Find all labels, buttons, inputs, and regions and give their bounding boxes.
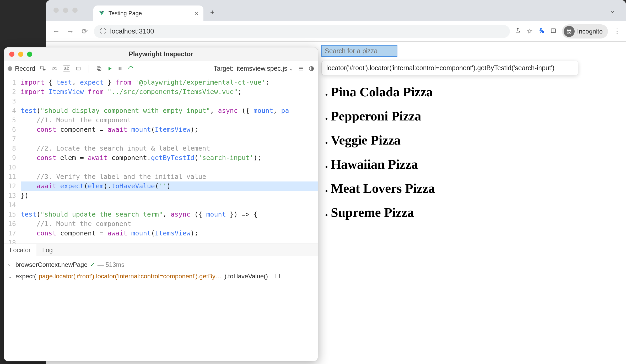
copy-icon[interactable] (96, 66, 102, 71)
browser-tab[interactable]: Testing Page ✕ (93, 5, 203, 21)
new-tab-button[interactable]: + (207, 7, 218, 18)
chevron-down-icon[interactable]: ⌄ (8, 273, 13, 279)
chevron-down-icon[interactable]: ⌄ (289, 65, 293, 72)
chrome-toolbar: ← → ⟳ ⓘ localhost:3100 ☆ Incognito (46, 21, 626, 42)
list-item: Veggie Pizza (331, 132, 620, 148)
code-line: test("should update the search term", as… (21, 210, 318, 219)
step-over-icon[interactable] (128, 65, 134, 72)
target-file-select[interactable]: itemsview.spec.js (237, 65, 287, 72)
bottom-tabs: Locator Log (4, 244, 318, 256)
list-icon[interactable] (298, 66, 304, 71)
pick-locator-icon[interactable] (40, 65, 46, 72)
pause-icon[interactable] (118, 66, 122, 71)
code-line: //3. Verify the label and the initial va… (21, 172, 318, 181)
log-panel: › browserContext.newPage ✓ — 513ms ⌄ exp… (4, 256, 318, 361)
url-text: localhost:3100 (110, 27, 154, 35)
text-icon[interactable] (75, 66, 81, 71)
page-content: locator('#root').locator('internal:contr… (321, 45, 620, 229)
code-line: const elem = await component.getByTestId… (21, 153, 318, 163)
log-expect-suffix: ).toHaveValue() (224, 273, 268, 280)
vue-icon (99, 10, 105, 16)
traffic-close-icon[interactable] (53, 8, 59, 13)
toolbar-right-icons (298, 66, 314, 71)
svg-rect-9 (77, 67, 80, 70)
svg-rect-14 (119, 67, 120, 70)
traffic-zoom-icon[interactable] (72, 8, 78, 13)
chrome-titlebar: Testing Page ✕ + ⌄ (46, 0, 626, 21)
code-line: //1. Mount the component (21, 115, 318, 125)
code-line: const component = await mount(ItemsView)… (21, 229, 318, 238)
tab-title: Testing Page (109, 10, 191, 17)
share-icon[interactable] (515, 27, 521, 35)
record-button[interactable]: Record (15, 65, 35, 72)
incognito-label: Incognito (577, 28, 603, 35)
list-item: Supreme Pizza (331, 205, 620, 220)
chevron-down-icon[interactable]: ⌄ (609, 7, 615, 15)
star-icon[interactable]: ☆ (527, 27, 533, 35)
code-editor[interactable]: 12345678910111213141516171819 import { t… (4, 76, 318, 244)
log-duration: — 513ms (98, 261, 125, 268)
inspector-title: Playwright Inspector (4, 50, 318, 58)
kebab-menu-icon[interactable]: ⋮ (614, 27, 620, 35)
log-text: browserContext.newPage (15, 261, 88, 268)
toolbar-right: ☆ Incognito ⋮ (515, 24, 620, 38)
reload-button[interactable]: ⟳ (80, 27, 89, 36)
code-line: import { test, expect } from '@playwrigh… (21, 78, 318, 87)
traffic-minimize-icon[interactable] (63, 8, 68, 13)
pizza-list: Pina Colada PizzaPepperoni PizzaVeggie P… (321, 84, 620, 220)
code-line (21, 134, 318, 144)
locator-tooltip: locator('#root').locator('internal:contr… (321, 61, 578, 75)
line-number-gutter: 12345678910111213141516171819 (4, 76, 19, 244)
sidepanel-icon[interactable] (551, 27, 556, 35)
zoom-icon[interactable] (27, 52, 32, 57)
log-row[interactable]: › browserContext.newPage ✓ — 513ms (8, 259, 314, 271)
list-item: Pepperoni Pizza (331, 108, 620, 124)
toolbar-icons: ab (40, 65, 134, 73)
theme-toggle-icon[interactable] (309, 66, 314, 71)
incognito-badge[interactable]: Incognito (562, 24, 608, 38)
svg-point-8 (54, 68, 55, 69)
list-item: Meat Lovers Pizza (331, 180, 620, 196)
check-icon: ✓ (90, 261, 95, 268)
svg-rect-15 (121, 67, 122, 70)
svg-point-3 (567, 32, 569, 34)
separator (89, 65, 89, 73)
inspector-window: Playwright Inspector Record ab (4, 47, 318, 361)
address-bar[interactable]: ⓘ localhost:3100 (94, 25, 510, 38)
log-locator: page.locator('#root').locator('internal:… (39, 273, 222, 280)
chevron-right-icon[interactable]: › (8, 262, 13, 268)
play-icon[interactable] (107, 66, 112, 71)
svg-rect-12 (98, 68, 101, 70)
eye-icon[interactable] (51, 65, 58, 72)
close-icon[interactable] (9, 52, 14, 57)
back-button[interactable]: ← (51, 27, 61, 36)
code-line (21, 97, 318, 106)
chrome-traffic-lights (53, 8, 78, 13)
code-line: await expect(elem).toHaveValue('') (21, 181, 318, 191)
minimize-icon[interactable] (18, 52, 23, 57)
code-line (21, 163, 318, 172)
code-line: //2. Locate the search input & label ele… (21, 144, 318, 153)
tab-log[interactable]: Log (36, 244, 58, 256)
log-row[interactable]: ⌄ expect( page.locator('#root').locator(… (8, 271, 314, 282)
close-icon[interactable]: ✕ (194, 10, 199, 16)
abc-icon[interactable]: ab (63, 65, 70, 71)
svg-rect-1 (551, 29, 555, 33)
code-line: //1. Mount the component (21, 219, 318, 229)
tab-locator[interactable]: Locator (4, 244, 36, 256)
pause-icon: II (273, 273, 282, 280)
code-line (21, 238, 318, 244)
site-info-icon[interactable]: ⓘ (100, 27, 106, 36)
extensions-icon[interactable] (538, 27, 545, 35)
log-expect-prefix: expect( (15, 273, 36, 280)
search-input[interactable] (321, 45, 397, 57)
code-line: import ItemsView from "../src/components… (21, 87, 318, 97)
code-line (21, 200, 318, 210)
forward-button[interactable]: → (66, 27, 75, 36)
list-item: Pina Colada Pizza (331, 84, 620, 100)
code-line: test("should display component with empt… (21, 106, 318, 115)
list-item: Hawaiian Pizza (331, 156, 620, 172)
incognito-icon (564, 26, 575, 37)
svg-point-4 (569, 32, 571, 34)
code-line: const component = await mount(ItemsView)… (21, 125, 318, 134)
